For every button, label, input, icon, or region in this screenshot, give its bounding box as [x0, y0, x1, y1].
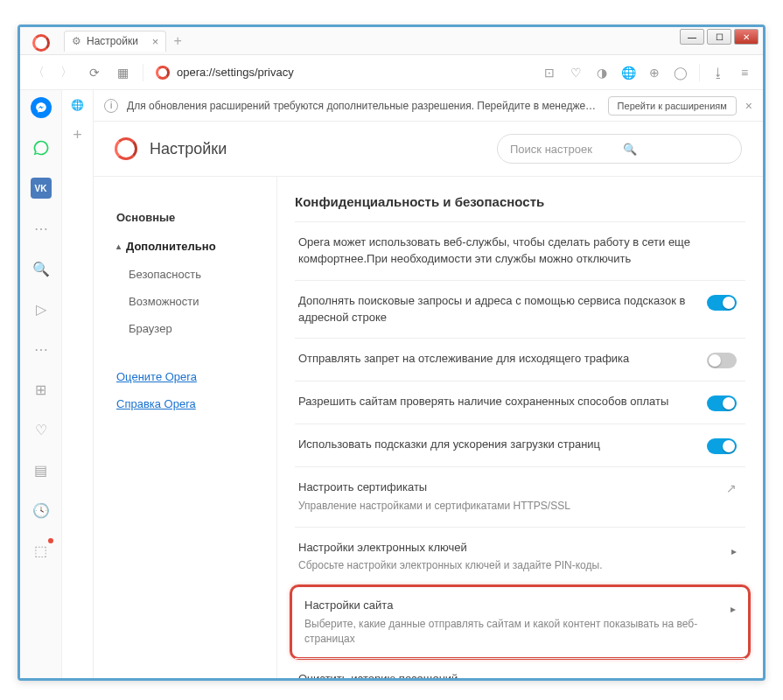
divider — [699, 64, 700, 81]
heart-icon[interactable]: ♡ — [568, 65, 584, 80]
url-field[interactable]: opera://settings/privacy — [156, 66, 529, 80]
row-preload-label: Использовать подсказки для ускорения заг… — [298, 437, 698, 453]
gear-icon: ⚙ — [72, 35, 81, 47]
row-clear-history[interactable]: Очистить историю посещений ▸ — [295, 658, 745, 678]
info-message: Для обновления расширений требуются допо… — [127, 100, 599, 112]
bookmarks-icon[interactable]: ♡ — [31, 419, 52, 440]
nav-basic[interactable]: Основные — [113, 203, 268, 232]
address-bar: 〈 〉 ⟳ ▦ opera://settings/privacy ⊡ ♡ ◑ 🌐… — [20, 55, 763, 90]
goto-extensions-button[interactable]: Перейти к расширениям — [608, 96, 737, 116]
settings-header: Настройки Поиск настроек 🔍 — [94, 122, 763, 177]
close-infobar-icon[interactable]: × — [745, 99, 752, 113]
site-subtitle: Выберите, какие данные отправлять сайтам… — [304, 617, 722, 648]
info-bar: i Для обновления расширений требуются до… — [94, 90, 763, 122]
search-input[interactable]: Поиск настроек 🔍 — [497, 134, 742, 164]
tab-settings[interactable]: ⚙ Настройки × — [64, 31, 166, 52]
nav-security[interactable]: Безопасность — [113, 261, 268, 288]
spacer — [113, 342, 268, 363]
window-controls: — ☐ ✕ — [680, 29, 759, 45]
divider — [143, 64, 143, 81]
page-title: Настройки — [150, 140, 485, 158]
settings-main: Конфиденциальность и безопасность Opera … — [277, 177, 763, 678]
whatsapp-icon[interactable] — [31, 137, 52, 158]
cube-icon[interactable]: ⬚ — [31, 540, 52, 561]
messenger-icon[interactable] — [31, 97, 52, 118]
pinned-translate-icon[interactable]: 🌐 — [68, 95, 87, 115]
toggle-preload[interactable] — [707, 438, 737, 454]
keys-subtitle: Сбросьте настройки электронных ключей и … — [298, 558, 723, 573]
nav-advanced[interactable]: Дополнительно — [113, 232, 268, 261]
main-area: i Для обновления расширений требуются до… — [94, 90, 763, 678]
profile-icon[interactable]: ◯ — [673, 65, 689, 80]
toggle-autocomplete[interactable] — [707, 295, 737, 311]
adblock-icon[interactable]: ◑ — [594, 65, 610, 80]
maximize-button[interactable]: ☐ — [707, 29, 731, 45]
tab-title: Настройки — [87, 35, 138, 47]
row-autocomplete: Дополнять поисковые запросы и адреса с п… — [295, 280, 745, 339]
chevron-right-icon: ▸ — [731, 545, 737, 557]
downloads-icon[interactable]: ⭳ — [710, 65, 726, 80]
close-window-button[interactable]: ✕ — [734, 29, 759, 45]
nav-rate-link[interactable]: Оцените Opera — [113, 363, 268, 390]
external-link-icon: ↗ — [726, 481, 737, 495]
close-tab-icon[interactable]: × — [152, 35, 159, 48]
flow-icon[interactable]: ▷ — [31, 298, 52, 319]
pinned-tabs: 🌐 + — [62, 90, 94, 678]
content-row: VK ⋯ 🔍 ▷ ⋯ ⊞ ♡ ▤ 🕓 ⬚ 🌐 + i Для обновлени… — [20, 90, 763, 678]
row-preload: Использовать подсказки для ускорения заг… — [295, 424, 745, 466]
forward-button[interactable]: 〉 — [59, 65, 74, 80]
settings-body: Основные Дополнительно Безопасность Возм… — [94, 177, 763, 678]
search-sidebar-icon[interactable]: 🔍 — [31, 258, 52, 279]
minimize-button[interactable]: — — [680, 29, 704, 45]
row-dnt: Отправлять запрет на отслеживание для ис… — [295, 338, 745, 381]
extensions-icon[interactable]: ⊞ — [31, 379, 52, 400]
translate-icon[interactable]: 🌐 — [620, 65, 636, 80]
news-icon[interactable]: ▤ — [31, 459, 52, 480]
section-title: Конфиденциальность и безопасность — [295, 194, 745, 209]
url-text: opera://settings/privacy — [177, 66, 294, 79]
row-payment: Разрешить сайтам проверять наличие сохра… — [295, 381, 745, 424]
messenger-sidebar: VK ⋯ 🔍 ▷ ⋯ ⊞ ♡ ▤ 🕓 ⬚ — [20, 90, 62, 678]
ellipsis-icon[interactable]: ⋯ — [31, 218, 52, 239]
back-button[interactable]: 〈 — [31, 65, 46, 80]
cert-subtitle: Управление настройками и сертификатами H… — [298, 499, 717, 514]
row-dnt-label: Отправлять запрет на отслеживание для ис… — [298, 351, 698, 368]
chevron-right-icon: ▸ — [731, 603, 736, 615]
browser-window: ⚙ Настройки × + 〈 〉 ⟳ ▦ opera://settings… — [17, 24, 766, 681]
row-security-keys[interactable]: Настройки электронных ключей Сбросьте на… — [295, 527, 745, 586]
vk-icon[interactable]: VK — [31, 178, 52, 199]
toggle-payment[interactable] — [707, 396, 737, 411]
add-pinned-button[interactable]: + — [68, 125, 87, 144]
opera-logo-icon — [115, 137, 137, 160]
row-payment-label: Разрешить сайтам проверять наличие сохра… — [298, 394, 698, 410]
cert-title: Настроить сертификаты — [298, 480, 717, 496]
info-icon: i — [104, 99, 118, 113]
snapshot-icon[interactable]: ⊡ — [542, 65, 557, 80]
notification-dot — [48, 538, 53, 543]
new-tab-button[interactable]: + — [173, 33, 181, 49]
site-title: Настройки сайта — [304, 598, 722, 614]
clear-history-label: Очистить историю посещений — [298, 671, 723, 678]
row-autocomplete-label: Дополнять поисковые запросы и адреса с п… — [298, 293, 698, 326]
nav-browser[interactable]: Браузер — [113, 315, 268, 342]
tab-bar: ⚙ Настройки × + — [20, 27, 763, 55]
section-intro-row: Opera может использовать веб-службы, что… — [295, 221, 745, 280]
search-placeholder: Поиск настроек — [510, 143, 616, 156]
chevron-right-icon: ▸ — [731, 676, 737, 678]
globe-icon[interactable]: ⊕ — [647, 65, 662, 80]
history-icon[interactable]: 🕓 — [31, 500, 52, 521]
section-intro: Opera может использовать веб-службы, что… — [298, 234, 737, 268]
opera-menu-icon[interactable] — [32, 34, 50, 52]
row-certificates[interactable]: Настроить сертификаты Управление настрой… — [295, 466, 745, 526]
easy-setup-icon[interactable]: ≡ — [737, 65, 752, 80]
toggle-dnt[interactable] — [707, 353, 737, 368]
row-site-settings[interactable]: Настройки сайта Выберите, какие данные о… — [290, 584, 751, 661]
reload-button[interactable]: ⟳ — [87, 65, 102, 80]
settings-nav: Основные Дополнительно Безопасность Возм… — [94, 177, 277, 678]
ellipsis-icon-2[interactable]: ⋯ — [31, 339, 52, 360]
search-icon: 🔍 — [623, 143, 729, 156]
nav-help-link[interactable]: Справка Opera — [113, 390, 268, 417]
nav-features[interactable]: Возможности — [113, 288, 268, 315]
speed-dial-icon[interactable]: ▦ — [115, 65, 130, 80]
opera-icon — [156, 66, 170, 80]
